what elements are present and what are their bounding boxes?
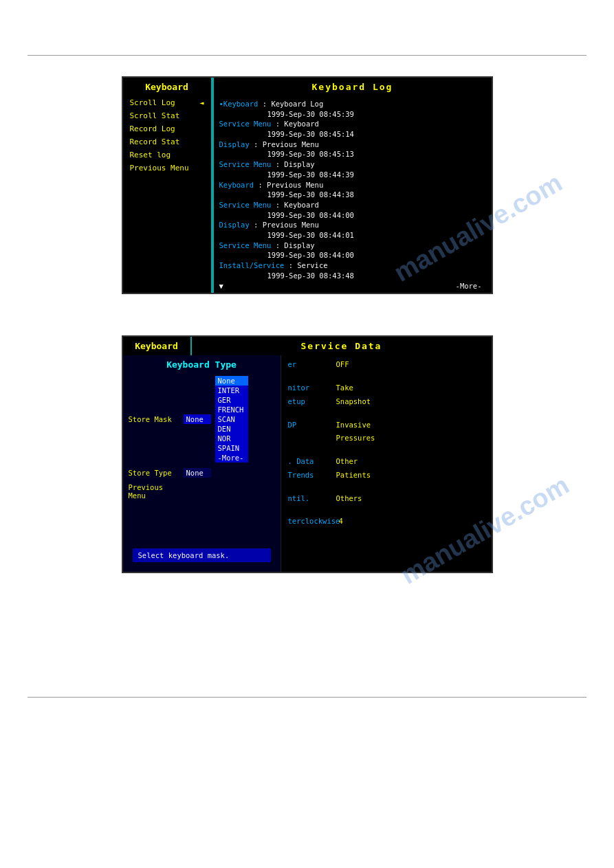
dropdown-item-more[interactable]: -More- bbox=[215, 453, 248, 463]
dropdown-item-scan[interactable]: SCAN bbox=[215, 414, 248, 424]
log-timestamp-5: 1999-Sep-30 08:44:38 bbox=[219, 190, 486, 200]
panel1-sidebar-title: Keyboard bbox=[123, 78, 211, 96]
dropdown-item-french[interactable]: FRENCH bbox=[215, 405, 248, 414]
p2-col2-3: Take bbox=[336, 383, 353, 394]
log-entry-4: Service Menu : Display bbox=[219, 159, 486, 170]
log-key-3: Display bbox=[219, 140, 250, 148]
sidebar-item-scroll-stat-label: Scroll Stat bbox=[130, 111, 180, 120]
log-key-8: Service Menu bbox=[219, 241, 272, 249]
panel1-sidebar: Keyboard Scroll Log ◄ Scroll Stat Record… bbox=[123, 78, 212, 293]
store-type-label: Store Type bbox=[129, 469, 184, 477]
p2-row-13 bbox=[284, 505, 489, 515]
p2-col2-1: OFF bbox=[336, 359, 349, 370]
log-timestamp-9: 1999-Sep-30 08:43:48 bbox=[219, 271, 486, 281]
panel2-sidebar-title-block: Keyboard bbox=[123, 337, 192, 355]
keyboard-mask-dropdown[interactable]: None INTER GER FRENCH SCAN DEN NOR SPAIN… bbox=[215, 376, 248, 463]
log-entry-8: Service Menu : Display bbox=[219, 241, 486, 251]
log-timestamp-6: 1999-Sep-30 08:44:00 bbox=[219, 210, 486, 221]
p2-row-5 bbox=[284, 409, 489, 419]
log-ts-2: 1999-Sep-30 08:45:14 bbox=[219, 130, 354, 138]
dropdown-item-nor[interactable]: NOR bbox=[215, 434, 248, 443]
sidebar-item-record-log[interactable]: Record Log bbox=[123, 122, 211, 135]
store-mask-label: Store Mask bbox=[129, 415, 184, 423]
sidebar-item-record-stat-label: Record Stat bbox=[130, 137, 180, 146]
panel2-sidebar-title: Keyboard bbox=[123, 337, 190, 355]
log-ts-6: 1999-Sep-30 08:44:00 bbox=[219, 211, 354, 219]
status-message-container: Select keyboard mask. bbox=[123, 543, 281, 568]
p2-col1-1: er bbox=[288, 359, 336, 370]
log-key-1: •Keyboard bbox=[219, 100, 259, 108]
log-key-6: Service Menu bbox=[219, 201, 272, 209]
dropdown-item-inter[interactable]: INTER bbox=[215, 386, 248, 395]
panel2-body-row: Keyboard Type Store Mask None None INTER… bbox=[123, 355, 492, 572]
p2-col1-6: DP bbox=[288, 420, 336, 431]
p2-row-9: . Data Other bbox=[284, 455, 489, 469]
log-entry-7: Display : Previous Menu bbox=[219, 220, 486, 230]
previous-menu-row[interactable]: Previous Menu bbox=[123, 481, 281, 502]
log-key-7: Display bbox=[219, 221, 250, 229]
p2-col1-4: etup bbox=[288, 397, 336, 408]
log-value-8: : Display bbox=[276, 241, 315, 249]
sidebar-item-record-stat[interactable]: Record Stat bbox=[123, 135, 211, 148]
sidebar-item-scroll-log-label: Scroll Log bbox=[130, 98, 175, 107]
log-timestamp-8: 1999-Sep-30 08:44:00 bbox=[219, 250, 486, 260]
log-entry-5: Keyboard : Previous Menu bbox=[219, 180, 486, 190]
status-message: Select keyboard mask. bbox=[133, 548, 271, 562]
panel1-header-row: Keyboard Scroll Log ◄ Scroll Stat Record… bbox=[123, 78, 492, 293]
panel1-main-content: Keyboard Log •Keyboard : Keyboard Log 19… bbox=[214, 78, 492, 293]
sidebar-item-scroll-stat[interactable]: Scroll Stat bbox=[123, 109, 211, 122]
log-value-1: : Keyboard Log bbox=[263, 100, 324, 108]
log-timestamp-3: 1999-Sep-30 08:45:13 bbox=[219, 149, 486, 159]
sidebar-item-reset-log[interactable]: Reset log bbox=[123, 148, 211, 162]
keyboard-type-title: Keyboard Type bbox=[123, 355, 281, 374]
p2-row-14: terclockwise 4 bbox=[284, 515, 489, 528]
log-value-9: : Service bbox=[289, 261, 328, 269]
log-value-7: : Previous Menu bbox=[254, 221, 319, 229]
p2-col1-3: nitor bbox=[288, 383, 336, 394]
p2-col2-12: Others bbox=[336, 493, 362, 504]
p2-col2-4: Snapshot bbox=[336, 397, 371, 408]
top-rule bbox=[28, 55, 586, 56]
sidebar-item-previous-menu-label: Previous Menu bbox=[130, 164, 189, 173]
log-entry-9: Install/Service : Service bbox=[219, 260, 486, 271]
panel2-service-data: Keyboard Service Data Keyboard Type Stor… bbox=[122, 335, 493, 573]
p2-col2-10: Patients bbox=[336, 470, 371, 481]
panel2-left-section: Keyboard Type Store Mask None None INTER… bbox=[123, 355, 281, 572]
log-entry-2: Service Menu : Keyboard bbox=[219, 119, 486, 129]
sidebar-item-scroll-log[interactable]: Scroll Log ◄ bbox=[123, 96, 211, 109]
log-entry-1: •Keyboard : Keyboard Log bbox=[219, 99, 486, 109]
p2-col1-14: terclockwise bbox=[288, 516, 336, 527]
sidebar-item-previous-menu[interactable]: Previous Menu bbox=[123, 162, 211, 175]
log-value-3: : Previous Menu bbox=[254, 140, 319, 148]
log-timestamp-2: 1999-Sep-30 08:45:14 bbox=[219, 129, 486, 140]
log-ts-8: 1999-Sep-30 08:44:00 bbox=[219, 251, 354, 259]
p2-col1-10: Trends bbox=[288, 470, 336, 481]
dropdown-item-ger[interactable]: GER bbox=[215, 395, 248, 405]
more-label: -More- bbox=[456, 282, 486, 290]
log-key-5: Keyboard bbox=[219, 181, 254, 189]
p2-row-1: er OFF bbox=[284, 358, 489, 372]
dropdown-item-den[interactable]: DEN bbox=[215, 424, 248, 434]
log-ts-4: 1999-Sep-30 08:44:39 bbox=[219, 170, 354, 179]
panel1-main-title: Keyboard Log bbox=[214, 78, 492, 96]
log-ts-7: 1999-Sep-30 08:44:01 bbox=[219, 231, 354, 239]
log-timestamp-1: 1999-Sep-30 08:45:39 bbox=[219, 109, 486, 120]
p2-row-2 bbox=[284, 372, 489, 381]
dropdown-item-none[interactable]: None bbox=[215, 376, 248, 386]
log-value-5: : Previous Menu bbox=[258, 181, 323, 189]
log-footer: ▼ -More- bbox=[219, 280, 486, 290]
log-ts-1: 1999-Sep-30 08:45:39 bbox=[219, 110, 354, 118]
previous-menu-label[interactable]: Previous Menu bbox=[129, 483, 184, 500]
p2-col2-14: 4 bbox=[336, 516, 343, 527]
p2-row-4: etup Snapshot bbox=[284, 395, 489, 409]
panel1-keyboard-log: Keyboard Scroll Log ◄ Scroll Stat Record… bbox=[122, 76, 493, 294]
store-mask-row: Store Mask None None INTER GER FRENCH SC… bbox=[123, 374, 281, 465]
panel2-header-row: Keyboard Service Data bbox=[123, 337, 492, 355]
sidebar-item-record-log-label: Record Log bbox=[130, 124, 175, 133]
log-entry-3: Display : Previous Menu bbox=[219, 140, 486, 150]
p2-col2-6: Invasive bbox=[336, 420, 371, 431]
dropdown-item-spain[interactable]: SPAIN bbox=[215, 443, 248, 453]
down-arrow-icon: ▼ bbox=[219, 282, 223, 290]
p2-col1-12: ntil. bbox=[288, 493, 336, 504]
p2-row-7: Pressures bbox=[284, 432, 489, 445]
